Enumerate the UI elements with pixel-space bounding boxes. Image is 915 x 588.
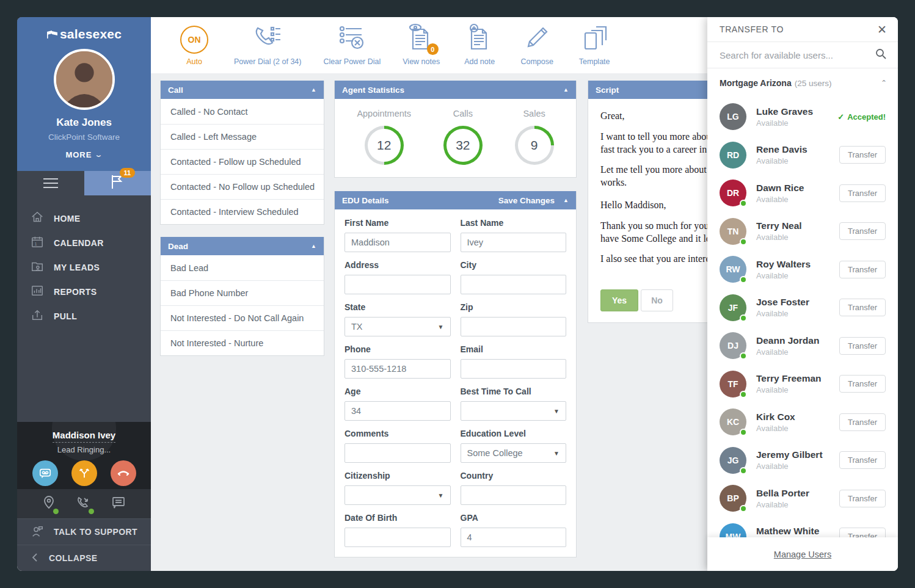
transfer-button[interactable]: Transfer xyxy=(839,375,886,393)
presence-dot xyxy=(740,429,747,436)
stat-gauge: Calls 32 xyxy=(443,109,483,165)
edu-form-row: Comments Education Level Some College▼ xyxy=(344,429,566,463)
hangup-button[interactable] xyxy=(111,460,136,486)
transfer-user-row: JF Jose Foster Available Transfer xyxy=(707,289,898,327)
search-input[interactable] xyxy=(720,50,875,60)
save-changes-button[interactable]: Save Changes xyxy=(498,196,555,205)
close-icon[interactable]: ✕ xyxy=(877,24,887,35)
text-input[interactable]: 310-555-1218 xyxy=(344,359,451,379)
text-input[interactable] xyxy=(461,485,567,505)
profile-section: salesexec Kate Jones ClickPoint Software… xyxy=(17,17,151,171)
compose-button[interactable]: Compose xyxy=(519,24,555,66)
transfer-user-row: TF Terry Freeman Available Transfer xyxy=(707,365,898,404)
presence-dot xyxy=(740,200,747,207)
sidebar-item-my-leads[interactable]: MY LEADS xyxy=(17,255,151,280)
caret-down-icon: ▼ xyxy=(553,408,560,415)
sidebar-item-pull[interactable]: PULL xyxy=(17,304,151,328)
transfer-button[interactable]: Transfer xyxy=(839,146,886,164)
transfer-button[interactable]: Transfer xyxy=(839,261,886,278)
script-no-button[interactable]: No xyxy=(641,289,673,311)
location-pin-icon[interactable] xyxy=(43,495,55,512)
panel-title: EDU Details xyxy=(342,196,389,205)
template-button[interactable]: Template xyxy=(577,24,612,66)
clear-list-icon xyxy=(337,24,366,54)
text-input[interactable]: Ivey xyxy=(461,233,567,252)
avatar: KC xyxy=(720,408,746,435)
disposition-item[interactable]: Bad Phone Number xyxy=(161,280,324,305)
active-lead-name[interactable]: Maddison Ivey xyxy=(53,430,115,443)
disposition-item[interactable]: Called - No Contact xyxy=(161,99,324,124)
transfer-button[interactable]: Transfer xyxy=(839,413,886,431)
select-input[interactable]: Some College▼ xyxy=(461,443,567,463)
form-field: Age 34 xyxy=(344,387,451,421)
text-input[interactable]: 34 xyxy=(344,401,451,421)
clear-power-dial-button[interactable]: Clear Power Dial xyxy=(323,24,381,66)
collapse-arrow-icon[interactable]: ▲ xyxy=(563,197,569,203)
avatar xyxy=(54,49,115,110)
tab-flagged-leads[interactable]: 11 xyxy=(84,171,151,195)
presence-dot xyxy=(740,391,747,398)
disposition-item[interactable]: Contacted - Follow up Scheduled xyxy=(161,149,324,174)
text-input[interactable] xyxy=(461,359,567,379)
edu-form-row: Address City xyxy=(344,260,566,294)
pencil-icon xyxy=(523,24,550,54)
select-input[interactable]: TX▼ xyxy=(344,317,451,336)
view-notes-button[interactable]: 0 View notes xyxy=(403,24,440,66)
sidebar-item-reports[interactable]: REPORTS xyxy=(17,280,151,304)
form-field: Education Level Some College▼ xyxy=(461,429,567,463)
select-input[interactable]: ▼ xyxy=(461,401,567,421)
collapse-arrow-icon[interactable]: ▲ xyxy=(563,87,569,93)
flag-icon xyxy=(109,181,125,192)
transfer-button[interactable]: Transfer xyxy=(839,299,886,316)
transfer-user-row: BP Bella Porter Available Transfer xyxy=(707,479,898,518)
presence-dot xyxy=(740,352,747,360)
chat-icon[interactable] xyxy=(111,496,126,512)
chevron-down-icon: ⌄ xyxy=(94,151,104,159)
disposition-item[interactable]: Not Interested - Do Not Call Again xyxy=(161,305,324,330)
transfer-button[interactable]: Transfer xyxy=(839,490,886,507)
avatar: BP xyxy=(720,485,746,512)
tab-menu[interactable] xyxy=(17,171,84,195)
sidebar-item-calendar[interactable]: 1 CALENDAR xyxy=(17,231,151,255)
check-icon: ✓ xyxy=(837,112,844,122)
text-input[interactable]: Maddison xyxy=(344,233,451,252)
text-input[interactable] xyxy=(344,528,451,547)
text-input[interactable] xyxy=(461,317,567,336)
transfer-button[interactable]: Transfer xyxy=(839,222,886,240)
transfer-button[interactable]: Transfer xyxy=(839,451,886,469)
disposition-item[interactable]: Contacted - Interview Scheduled xyxy=(161,199,324,224)
collapse-arrow-icon[interactable]: ▲ xyxy=(311,243,316,249)
disposition-item[interactable]: Called - Left Message xyxy=(161,124,324,149)
text-input[interactable] xyxy=(344,443,451,463)
manage-users-link[interactable]: Manage Users xyxy=(774,550,831,559)
transfer-button[interactable]: Transfer xyxy=(839,337,886,355)
logo-text: salesexec xyxy=(60,27,122,42)
auto-dial-toggle[interactable]: ON Auto xyxy=(177,24,212,66)
text-input[interactable] xyxy=(344,275,451,294)
sidebar-item-home[interactable]: HOME xyxy=(17,206,151,231)
transfer-button[interactable]: Transfer xyxy=(839,184,886,202)
disposition-item[interactable]: Bad Lead xyxy=(161,255,324,280)
more-button[interactable]: MORE⌄ xyxy=(65,150,102,159)
avatar: LG xyxy=(720,103,746,130)
text-input[interactable] xyxy=(461,275,567,294)
disposition-item[interactable]: Not Interested - Nurture xyxy=(161,330,324,355)
text-input[interactable]: 4 xyxy=(461,528,567,547)
edu-form: First Name Maddison Last Name Ivey xyxy=(335,209,576,557)
script-yes-button[interactable]: Yes xyxy=(600,289,638,311)
talk-to-support[interactable]: TALK TO SUPPORT xyxy=(17,518,151,545)
chevron-up-icon[interactable]: ⌃ xyxy=(881,79,887,87)
incoming-call-icon[interactable] xyxy=(76,495,90,512)
form-field: Zip xyxy=(461,302,567,336)
collapse-arrow-icon[interactable]: ▲ xyxy=(311,87,316,93)
transfer-call-button[interactable] xyxy=(71,460,97,486)
collapse-button[interactable]: COLLAPSE xyxy=(17,545,151,571)
form-field: GPA 4 xyxy=(461,513,567,547)
power-dial-button[interactable]: Power Dial (2 of 34) xyxy=(234,24,301,66)
select-input[interactable]: ▼ xyxy=(344,485,451,505)
transfer-group-header[interactable]: Mortgage Arizona (25 users) ⌃ xyxy=(707,68,898,98)
search-icon xyxy=(875,48,887,62)
voicemail-button[interactable] xyxy=(32,460,58,486)
disposition-item[interactable]: Contacted - No Follow up Scheduled xyxy=(161,174,324,199)
add-note-button[interactable]: Add note xyxy=(462,24,497,66)
